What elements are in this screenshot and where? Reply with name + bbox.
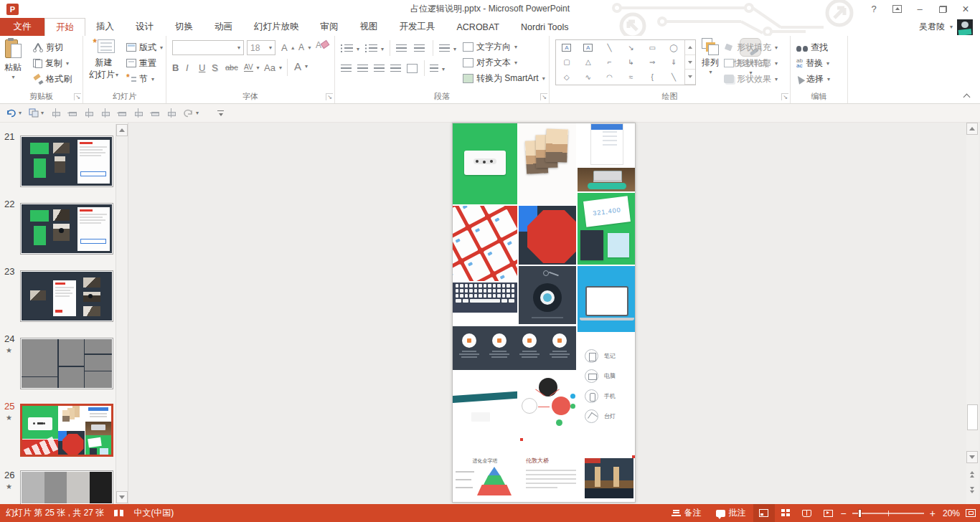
slide-thumbnail-21[interactable]: [20, 136, 113, 187]
align-left-button[interactable]: [341, 62, 352, 76]
align-bottom-tool-button[interactable]: [67, 108, 77, 118]
grow-font-button[interactable]: A▲: [281, 40, 296, 54]
decrease-indent-button[interactable]: [396, 42, 407, 56]
close-button[interactable]: ×: [956, 2, 976, 16]
tab-nordri-tools[interactable]: Nordri Tools: [510, 18, 579, 36]
layout-button[interactable]: 版式 ▾: [126, 40, 163, 54]
tab-file[interactable]: 文件: [0, 18, 44, 36]
account-area[interactable]: 吴君陵 ▾: [919, 18, 980, 36]
slide-thumbnail-22[interactable]: [20, 203, 113, 255]
shape-gallery-scroll[interactable]: [684, 40, 695, 85]
thumbnail-scroll-down-button[interactable]: [116, 491, 128, 503]
columns-button[interactable]: ▾: [430, 62, 445, 76]
text-shadow-button[interactable]: S: [212, 60, 218, 75]
section-button[interactable]: 节 ▾: [126, 72, 154, 86]
tab-acrobat[interactable]: ACROBAT: [446, 18, 511, 36]
align-middle-tool-button[interactable]: [166, 108, 176, 118]
convert-smartart-button[interactable]: 转换为 SmartArt▾: [463, 71, 545, 85]
merge-shapes-button[interactable]: ▾: [29, 108, 44, 118]
slide-thumbnail-23[interactable]: [20, 270, 113, 322]
format-painter-button[interactable]: 格式刷: [33, 72, 72, 86]
tile-camera[interactable]: [519, 266, 576, 324]
thumbnail-scrollbar[interactable]: [116, 124, 128, 503]
tab-view[interactable]: 视图: [349, 18, 389, 36]
reset-button[interactable]: 重置: [126, 56, 156, 70]
main-scrollbar[interactable]: [966, 123, 979, 505]
shape-glyph[interactable]: ⇓: [671, 58, 677, 66]
shape-glyph[interactable]: ⌐: [608, 58, 612, 66]
ribbon-display-options-button[interactable]: [887, 2, 907, 16]
change-case-button[interactable]: Aa▾: [264, 60, 282, 75]
tile-cassette[interactable]: [453, 123, 517, 204]
slide-thumbnail-26[interactable]: [20, 470, 113, 505]
tile-feature-row[interactable]: [453, 326, 576, 370]
scroll-up-button[interactable]: [966, 123, 978, 135]
shape-glyph[interactable]: ↘: [628, 44, 633, 52]
next-slide-button[interactable]: [966, 484, 978, 496]
thumbnail-scroll-up-button[interactable]: [116, 124, 128, 136]
slide-thumbnail-24[interactable]: [20, 338, 113, 389]
character-spacing-button[interactable]: AV▾: [244, 60, 260, 75]
cut-button[interactable]: 剪切: [33, 40, 63, 54]
reading-view-button[interactable]: [796, 504, 818, 522]
distribute-horizontal-tool-button[interactable]: [100, 108, 110, 118]
tile-photo-stack[interactable]: [519, 123, 576, 204]
tile-cyan-laptop[interactable]: [578, 266, 636, 332]
shape-glyph[interactable]: ▢: [563, 58, 570, 66]
zoom-level[interactable]: 20%: [937, 508, 966, 518]
fit-to-window-button[interactable]: [966, 509, 976, 517]
tab-developer[interactable]: 开发工具: [389, 18, 446, 36]
shape-glyph[interactable]: ◠: [606, 73, 613, 81]
paragraph-dialog-launcher[interactable]: ↘: [540, 93, 547, 100]
copy-button[interactable]: 复制 ▾: [33, 56, 69, 70]
tile-dashboard[interactable]: 321,400: [578, 193, 636, 265]
tab-insert[interactable]: 插入: [85, 18, 125, 36]
zoom-slider[interactable]: [852, 513, 924, 514]
tab-animations[interactable]: 动画: [204, 18, 243, 36]
font-size-combo[interactable]: 18 ▾: [247, 40, 275, 55]
select-button[interactable]: 选择 ▾: [796, 72, 830, 86]
text-direction-button[interactable]: 文字方向▾: [463, 39, 517, 54]
find-button[interactable]: 查找: [796, 40, 828, 54]
tile-circle-diagram[interactable]: [519, 372, 576, 435]
align-top-tool-button[interactable]: [117, 108, 126, 118]
shape-glyph[interactable]: ∿: [585, 73, 591, 81]
clipboard-dialog-launcher[interactable]: ↘: [74, 93, 81, 100]
tile-pyramid[interactable]: 进化金字塔: [453, 455, 517, 503]
shape-glyph[interactable]: ≈: [629, 73, 633, 81]
previous-slide-button[interactable]: [966, 468, 978, 480]
shape-effects-button[interactable]: 形状效果▾: [724, 72, 786, 86]
clear-formatting-button[interactable]: A: [316, 39, 329, 53]
normal-view-button[interactable]: [753, 504, 775, 522]
distribute-button[interactable]: [407, 61, 418, 75]
zoom-in-button[interactable]: +: [928, 508, 937, 519]
font-name-combo[interactable]: ▾: [172, 40, 244, 55]
tile-business-cards[interactable]: [453, 206, 517, 281]
vertical-textbox-icon[interactable]: A: [583, 44, 593, 52]
shape-glyph[interactable]: ╲: [672, 73, 676, 81]
line-spacing-button[interactable]: ▾: [439, 42, 456, 56]
shape-glyph[interactable]: ╲: [608, 44, 612, 52]
language-status[interactable]: 中文(中国): [133, 507, 174, 519]
shape-gallery[interactable]: A A ╲ ↘ ▭ ◯ ▢ △ ⌐ ↳ ⇒ ⇓ ◇ ∿ ◠ ≈ {: [555, 39, 696, 85]
scrollbar-thumb[interactable]: [967, 404, 978, 430]
arrange-button[interactable]: 排列 ▾: [702, 38, 719, 75]
tab-design[interactable]: 设计: [125, 18, 164, 36]
replace-button[interactable]: abac 替换 ▾: [796, 56, 829, 70]
paste-button[interactable]: 粘贴 ▾: [4, 38, 22, 80]
restore-button[interactable]: [933, 2, 953, 16]
collapse-ribbon-button[interactable]: [963, 92, 971, 99]
justify-button[interactable]: [390, 62, 401, 76]
align-center-tool-button[interactable]: [84, 108, 93, 118]
zoom-out-button[interactable]: −: [839, 508, 848, 519]
textbox-icon[interactable]: A: [562, 44, 571, 52]
notes-toggle[interactable]: 备注: [664, 504, 709, 522]
shape-fill-button[interactable]: 形状填充▾: [724, 40, 786, 54]
align-right-button[interactable]: [374, 62, 385, 76]
tab-home[interactable]: 开始: [44, 18, 85, 36]
tile-mobile-list[interactable]: [578, 123, 636, 166]
tile-material-shapes[interactable]: [519, 206, 576, 265]
align-left-tool-button[interactable]: [51, 108, 60, 118]
powerpoint-app-icon[interactable]: P: [6, 4, 19, 15]
shape-glyph[interactable]: ▭: [649, 44, 656, 52]
